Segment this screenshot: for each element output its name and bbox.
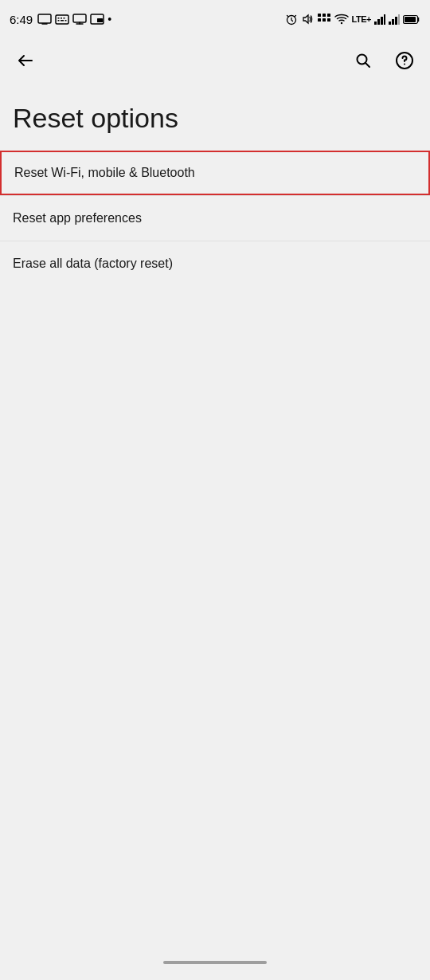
app-bar xyxy=(0,38,430,83)
list-item-label: Reset app preferences xyxy=(13,211,142,225)
svg-rect-20 xyxy=(377,19,380,25)
signal-icon xyxy=(374,14,385,25)
list-item-label: Erase all data (factory reset) xyxy=(13,257,173,271)
alarm-icon xyxy=(285,13,298,25)
list-item-label: Reset Wi-Fi, mobile & Bluetooth xyxy=(14,166,195,180)
list-container: Reset Wi-Fi, mobile & Bluetooth Reset ap… xyxy=(0,151,430,286)
volume-icon xyxy=(301,13,314,25)
monitor-icon xyxy=(72,14,87,25)
grid-icon xyxy=(317,13,331,25)
svg-rect-5 xyxy=(58,20,60,22)
svg-rect-12 xyxy=(318,14,321,17)
svg-point-31 xyxy=(404,64,405,65)
screen-icon xyxy=(37,14,52,25)
list-item-reset-app[interactable]: Reset app preferences xyxy=(0,196,430,241)
svg-point-18 xyxy=(340,22,342,24)
svg-rect-19 xyxy=(374,22,377,25)
dot-indicator: • xyxy=(108,13,111,25)
status-time: 6:49 xyxy=(10,13,33,26)
search-button[interactable] xyxy=(344,41,382,80)
svg-rect-7 xyxy=(65,20,67,22)
svg-rect-14 xyxy=(327,14,330,17)
status-bar: 6:49 xyxy=(0,0,430,38)
svg-rect-3 xyxy=(61,18,62,19)
app-bar-right xyxy=(344,41,424,80)
help-button[interactable] xyxy=(385,41,424,80)
svg-rect-10 xyxy=(97,18,103,22)
svg-rect-24 xyxy=(392,19,394,25)
svg-rect-2 xyxy=(58,18,60,19)
svg-rect-1 xyxy=(56,15,68,24)
status-bar-left: 6:49 xyxy=(10,13,111,26)
help-icon xyxy=(395,51,414,70)
svg-rect-6 xyxy=(61,20,64,22)
svg-rect-22 xyxy=(384,14,385,25)
svg-rect-16 xyxy=(322,18,326,22)
bottom-nav-indicator xyxy=(163,961,267,964)
svg-rect-13 xyxy=(322,14,326,17)
lte-indicator: LTE+ xyxy=(352,14,371,24)
svg-rect-21 xyxy=(381,17,383,25)
wifi-signal-icon xyxy=(389,14,400,25)
status-icons-group: • xyxy=(37,13,111,25)
svg-rect-15 xyxy=(318,18,321,22)
list-item-erase-data[interactable]: Erase all data (factory reset) xyxy=(0,241,430,286)
keyboard-icon xyxy=(55,14,69,25)
search-icon xyxy=(354,51,373,70)
battery-icon xyxy=(403,14,420,25)
svg-rect-28 xyxy=(405,17,416,22)
svg-rect-4 xyxy=(64,18,65,19)
list-item-reset-wifi[interactable]: Reset Wi-Fi, mobile & Bluetooth xyxy=(0,151,430,195)
picture-in-picture-icon xyxy=(90,14,104,25)
back-button[interactable] xyxy=(6,41,45,80)
svg-rect-23 xyxy=(389,22,391,25)
back-icon xyxy=(16,51,35,70)
wifi-icon xyxy=(334,14,349,25)
page-title: Reset options xyxy=(13,102,417,135)
svg-rect-25 xyxy=(395,17,397,25)
svg-rect-17 xyxy=(327,18,330,22)
page-title-container: Reset options xyxy=(0,83,430,151)
status-bar-right: LTE+ xyxy=(285,13,420,25)
svg-rect-0 xyxy=(38,14,51,23)
svg-rect-8 xyxy=(73,14,86,22)
svg-rect-26 xyxy=(398,14,400,25)
app-bar-left xyxy=(6,41,45,80)
